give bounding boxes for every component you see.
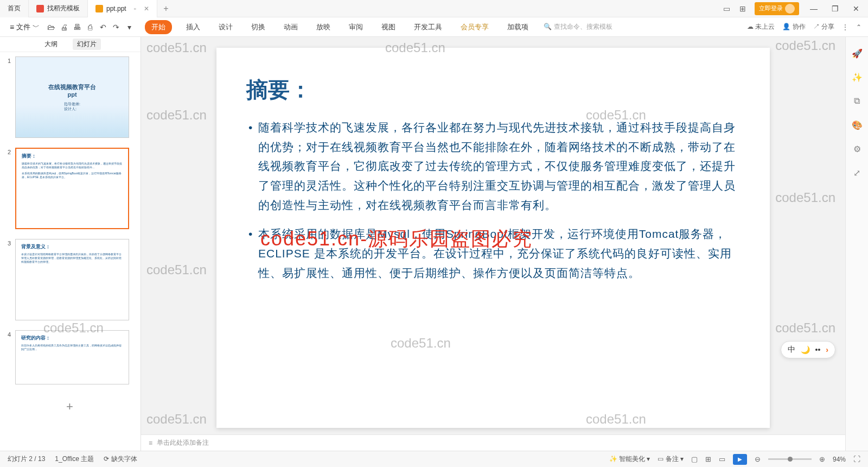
notes-toggle[interactable]: ▭ 备注 ▾	[658, 455, 684, 464]
theme-indicator[interactable]: 1_Office 主题	[55, 455, 94, 464]
panel-tabs: 大纲 幻灯片	[0, 37, 141, 52]
dots-icon: ••	[815, 345, 821, 354]
ribbon-tab-view[interactable]: 视图	[377, 20, 400, 34]
slide-number: 1	[3, 56, 11, 138]
zoom-out-icon[interactable]: ⊖	[755, 455, 761, 463]
moon-icon: 🌙	[801, 345, 810, 354]
ribbon-tab-devtools[interactable]: 开发工具	[410, 20, 446, 34]
undo-icon[interactable]: ↶	[98, 22, 108, 32]
status-bar: 幻灯片 2 / 13 1_Office 主题 ⟳ 缺失字体 ✨ 智能美化 ▾ ▭…	[0, 451, 868, 467]
outline-tab[interactable]: 大纲	[40, 39, 62, 50]
tab-document[interactable]: ppt.ppt▫✕	[88, 0, 157, 17]
new-tab-button[interactable]: +	[157, 4, 175, 14]
slide-number: 4	[3, 330, 11, 384]
preview-icon[interactable]: ⎙	[85, 22, 95, 32]
slide-thumb-1[interactable]: 在线视频教育平台 ppt 指导老师: 设计人:	[15, 56, 129, 138]
view-reading-icon[interactable]: ▭	[719, 455, 725, 463]
slide-thumb-4[interactable]: 研究的内容： 目前许多人仍将传统的纸质工具作为信息管理的主要工具，而网络技术日趋…	[15, 330, 129, 384]
file-menu[interactable]: ≡文件﹀	[7, 21, 43, 34]
ribbon-tab-start[interactable]: 开始	[145, 20, 172, 34]
watermark: code51.cn	[146, 108, 207, 123]
ribbon-tab-transition[interactable]: 切换	[247, 20, 270, 34]
missing-font[interactable]: ⟳ 缺失字体	[104, 455, 137, 464]
chevron-right-icon[interactable]: ›	[826, 345, 828, 354]
minimize-icon[interactable]: —	[807, 4, 821, 13]
slide-title[interactable]: 摘要：	[246, 75, 740, 105]
page-indicator[interactable]: 幻灯片 2 / 13	[8, 455, 45, 464]
window-close-icon[interactable]: ✕	[850, 4, 863, 13]
print-icon[interactable]: 🖶	[72, 22, 82, 32]
tab-templates[interactable]: 找稻壳模板	[29, 0, 88, 17]
rocket-icon[interactable]: 🚀	[852, 48, 863, 59]
search-input[interactable]: 🔍 查找命令、搜索模板	[544, 22, 612, 31]
ribbon-tab-insert[interactable]: 插入	[182, 20, 205, 34]
ribbon-tab-addins[interactable]: 加载项	[503, 20, 533, 34]
slide-thumb-2[interactable]: 摘要： 随着科学技术的飞速发展，各行各业都在努力与现代先进技术接轨，通过科技手段…	[15, 148, 129, 229]
right-sidebar: 🚀 ✨ ⧉ 🎨 ⚙ ⤢	[845, 37, 868, 451]
ribbon-tab-design[interactable]: 设计	[214, 20, 237, 34]
notes-pane[interactable]: ≡ 单击此处添加备注	[141, 434, 845, 451]
ime-floater[interactable]: 中 🌙 •• ›	[781, 341, 835, 358]
slide-panel: 大纲 幻灯片 1 在线视频教育平台 ppt 指导老师: 设计人: 2 摘要： 随…	[0, 37, 141, 451]
dropdown-icon[interactable]: ▾	[124, 22, 134, 32]
chevron-down-icon: ﹀	[33, 22, 40, 32]
ribbon-tab-slideshow[interactable]: 放映	[312, 20, 335, 34]
close-icon[interactable]: ✕	[144, 5, 149, 12]
collab-button[interactable]: 👤 协作	[782, 22, 805, 31]
fit-icon[interactable]: ⛶	[853, 455, 860, 463]
share-button[interactable]: ↗ 分享	[813, 22, 834, 31]
zoom-in-icon[interactable]: ⊕	[819, 455, 825, 463]
ribbon-tab-review[interactable]: 审阅	[344, 20, 367, 34]
add-slide-button[interactable]: +	[3, 394, 136, 419]
grid-icon[interactable]: ⊞	[738, 4, 747, 13]
slides-tab[interactable]: 幻灯片	[73, 39, 101, 50]
ribbon-tabs: 开始 插入 设计 切换 动画 放映 审阅 视图 开发工具 会员专享 加载项	[145, 20, 533, 34]
template-icon	[36, 5, 44, 12]
open-icon[interactable]: 🗁	[46, 22, 56, 32]
view-normal-icon[interactable]: ▢	[691, 455, 698, 463]
slide-number: 2	[3, 148, 11, 229]
slide-number: 3	[3, 239, 11, 320]
slide-thumb-3[interactable]: 背景及意义： 本设计就是针对现在网络教育平台管理的需求而开发的，目的在于方便网络…	[15, 239, 129, 320]
play-button[interactable]: ▶	[733, 454, 747, 465]
notes-icon: ≡	[149, 439, 152, 447]
gear-icon[interactable]: ⚙	[852, 143, 863, 154]
tab-home[interactable]: 首页	[0, 0, 29, 17]
palette-icon[interactable]: 🎨	[852, 119, 863, 130]
login-button[interactable]: 立即登录	[755, 2, 799, 15]
beautify-button[interactable]: ✨ 智能美化 ▾	[609, 455, 650, 464]
redo-icon[interactable]: ↷	[111, 22, 121, 32]
ribbon: ≡文件﹀ 🗁 🖨 🖶 ⎙ ↶ ↷ ▾ 开始 插入 设计 切换 动画 放映 审阅 …	[0, 17, 868, 37]
zoom-slider[interactable]	[768, 458, 812, 460]
cloud-status[interactable]: ☁ 未上云	[747, 22, 775, 31]
watermark: code51.cn	[146, 262, 207, 277]
collapse-icon[interactable]: ⌃	[856, 23, 861, 31]
expand-icon[interactable]: ⤢	[852, 167, 863, 178]
tab-menu-icon[interactable]: ▫	[134, 5, 136, 12]
overlay-text: code51.cn-源码乐园盗图必究	[260, 226, 533, 253]
ribbon-tab-animation[interactable]: 动画	[279, 20, 302, 34]
watermark: code51.cn	[146, 412, 207, 427]
ribbon-tab-member[interactable]: 会员专享	[456, 20, 493, 34]
maximize-icon[interactable]: ❐	[828, 4, 842, 13]
layers-icon[interactable]: ⧉	[852, 96, 863, 106]
slide-bullet-1[interactable]: 随着科学技术的飞速发展，各行各业都在努力与现代先进技术接轨，通过科技手段提高自身…	[246, 118, 740, 214]
layout-icon[interactable]: ▭	[722, 4, 731, 13]
watermark: code51.cn	[146, 40, 207, 55]
sparkle-icon[interactable]: ✨	[852, 72, 863, 83]
title-bar: 首页 找稻壳模板 ppt.ppt▫✕ + ▭ ⊞ 立即登录 — ❐ ✕	[0, 0, 868, 17]
avatar-icon	[785, 4, 795, 14]
zoom-value[interactable]: 94%	[833, 456, 846, 463]
more-icon[interactable]: ⋮	[842, 23, 848, 31]
save-icon[interactable]: 🖨	[59, 22, 69, 32]
view-sorter-icon[interactable]: ⊞	[705, 455, 711, 463]
hamburger-icon: ≡	[10, 23, 14, 31]
ppt-icon	[95, 5, 103, 12]
